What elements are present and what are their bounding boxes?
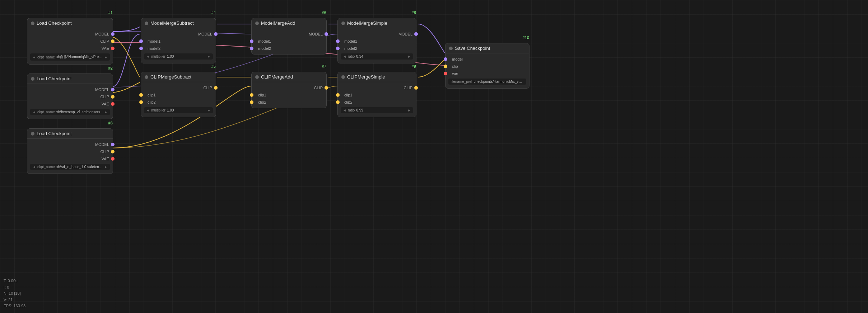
port-dot-clip1-7[interactable] (250, 93, 253, 97)
port-dot-model1-6[interactable] (250, 39, 253, 43)
status-n: N: 10 [10] (4, 290, 25, 297)
port-vae-in-10: vae (445, 70, 529, 77)
node-header-9: CLIPMergeSimple (338, 72, 416, 82)
node-body-9: CLIP clip1 clip2 ◄ ratio 0.99 ► (338, 82, 416, 117)
port-dot-clip-3[interactable] (111, 150, 115, 153)
status-t: T: 0.00s (4, 278, 25, 284)
port-dot-clip-2[interactable] (111, 95, 115, 99)
node-status-dot-7 (255, 75, 259, 79)
port-dot-clip-out-5[interactable] (214, 86, 218, 90)
port-dot-model-out-8[interactable] (414, 32, 418, 36)
port-dot-clip2-9[interactable] (336, 100, 340, 104)
node-status-dot-10 (449, 47, 453, 50)
node-status-dot-9 (341, 75, 345, 79)
port-dot-model2-4[interactable] (139, 47, 143, 50)
widget-ratio-8[interactable]: ◄ ratio 0.34 ► (341, 53, 413, 60)
port-model2-in-6: model2 (252, 45, 326, 52)
port-dot-model1-4[interactable] (139, 39, 143, 43)
port-model-out-4: MODEL (141, 30, 216, 38)
widget-arrow-right-3[interactable]: ► (104, 165, 108, 169)
port-dot-vae-2[interactable] (111, 102, 115, 106)
port-dot-clip-out-7[interactable] (325, 86, 328, 90)
node-id-3: #3 (108, 121, 113, 125)
node-body-5: CLIP clip1 clip2 ◄ multiplier 1.00 ► (141, 82, 216, 117)
widget-value-ckpt-3: xh\sd_xl_base_1.0.safetensors (56, 165, 103, 169)
port-dot-model-1[interactable] (111, 32, 115, 36)
widget-arrow-left-9[interactable]: ◄ (343, 108, 346, 112)
port-dot-model-2[interactable] (111, 88, 115, 91)
status-v: V: 21 (4, 297, 25, 303)
widget-arrow-left-3[interactable]: ◄ (32, 165, 36, 169)
port-vae-out-1: VAE (27, 45, 113, 52)
port-dot-model-out-4[interactable] (214, 32, 218, 36)
node-load-checkpoint-1: #1 Load Checkpoint MODEL CLIP VAE ◄ ckpt… (27, 18, 113, 65)
port-dot-model-10[interactable] (444, 57, 447, 61)
status-fps: FPS: 163.93 (4, 303, 25, 309)
node-id-1: #1 (108, 10, 113, 15)
node-id-8: #8 (412, 10, 416, 15)
node-load-checkpoint-2: #2 Load Checkpoint MODEL CLIP VAE ◄ ckpt… (27, 73, 113, 119)
port-clip-out-3: CLIP (27, 148, 113, 155)
port-dot-clip2-7[interactable] (250, 100, 253, 104)
widget-ratio-9[interactable]: ◄ ratio 0.99 ► (341, 107, 413, 113)
port-dot-vae-1[interactable] (111, 47, 115, 50)
widget-arrow-right-9[interactable]: ► (407, 108, 411, 112)
port-clip1-in-5: clip1 (141, 91, 216, 99)
port-dot-clip1-5[interactable] (139, 93, 143, 97)
node-body-3: MODEL CLIP VAE ◄ ckpt_name xh\sd_xl_base… (27, 139, 113, 174)
widget-arrow-left-4[interactable]: ◄ (146, 54, 150, 58)
port-clip-out-7: CLIP (252, 84, 326, 91)
node-title-6: ModelMergeAdd (261, 20, 295, 26)
port-dot-clip2-5[interactable] (139, 100, 143, 104)
node-body-7: CLIP clip1 clip2 (252, 82, 326, 108)
port-clip-out-1: CLIP (27, 38, 113, 45)
port-dot-vae-3[interactable] (111, 157, 115, 161)
widget-arrow-right-1[interactable]: ► (104, 55, 108, 59)
status-i: I: 0 (4, 284, 25, 291)
port-dot-clip-out-9[interactable] (414, 86, 418, 90)
port-dot-clip-10[interactable] (444, 65, 447, 68)
port-dot-model2-6[interactable] (250, 47, 253, 50)
widget-value-ratio-9: 0.99 (356, 108, 406, 112)
widget-ckpt-1[interactable]: ◄ ckpt_name xh自作\HarmoniqMix_vPred_... ► (30, 53, 110, 61)
widget-multiplier-5[interactable]: ◄ multiplier 1.00 ► (144, 107, 213, 113)
widget-arrow-right-5[interactable]: ► (207, 108, 211, 112)
widget-multiplier-4[interactable]: ◄ multiplier 1.00 ► (144, 53, 213, 60)
node-save-checkpoint: #10 Save Checkpoint model clip vae filen… (445, 43, 529, 89)
port-dot-clip-1[interactable] (111, 39, 115, 43)
node-clip-merge-add: #7 CLIPMergeAdd CLIP clip1 clip2 (251, 72, 327, 108)
port-clip2-in-9: clip2 (338, 99, 416, 106)
node-clip-merge-simple: #9 CLIPMergeSimple CLIP clip1 clip2 ◄ ra… (337, 72, 416, 117)
widget-filename-10[interactable]: filename_pref checkpoints/HarmoniqMix_vP… (448, 79, 526, 85)
widget-ckpt-2[interactable]: ◄ ckpt_name xh\itercomp_v1.safetensors ► (30, 109, 110, 115)
port-vae-out-2: VAE (27, 100, 113, 108)
widget-arrow-left-5[interactable]: ◄ (146, 108, 150, 112)
port-dot-clip1-9[interactable] (336, 93, 340, 97)
node-body-6: MODEL model1 model2 (252, 28, 326, 54)
node-title-3: Load Checkpoint (37, 131, 72, 136)
node-id-4: #4 (211, 10, 216, 15)
node-body-4: MODEL model1 model2 ◄ multiplier 1.00 ► (141, 28, 216, 63)
port-clip-out-9: CLIP (338, 84, 416, 91)
port-vae-out-3: VAE (27, 155, 113, 162)
widget-arrow-right-2[interactable]: ► (104, 110, 108, 114)
port-dot-model-3[interactable] (111, 143, 115, 146)
node-header-4: ModelMergeSubtract (141, 18, 216, 28)
widget-arrow-right-4[interactable]: ► (207, 54, 211, 58)
grid-background (0, 0, 868, 313)
widget-arrow-left-2[interactable]: ◄ (32, 110, 36, 114)
port-dot-model-out-6[interactable] (325, 32, 328, 36)
node-body-2: MODEL CLIP VAE ◄ ckpt_name xh\itercomp_v… (27, 84, 113, 119)
node-id-2: #2 (108, 66, 113, 70)
widget-ckpt-3[interactable]: ◄ ckpt_name xh\sd_xl_base_1.0.safetensor… (30, 164, 110, 170)
port-clip2-in-7: clip2 (252, 99, 326, 106)
port-dot-vae-10[interactable] (444, 72, 447, 75)
widget-arrow-right-8[interactable]: ► (407, 54, 411, 58)
port-dot-model1-8[interactable] (336, 39, 340, 43)
widget-arrow-left-1[interactable]: ◄ (32, 55, 36, 59)
widget-value-filename-10: checkpoints/HarmoniqMix_vPred_... (474, 80, 524, 84)
widget-arrow-left-8[interactable]: ◄ (343, 54, 346, 58)
status-bar: T: 0.00s I: 0 N: 10 [10] V: 21 FPS: 163.… (4, 278, 25, 309)
port-model1-in-4: model1 (141, 38, 216, 45)
port-dot-model2-8[interactable] (336, 47, 340, 50)
